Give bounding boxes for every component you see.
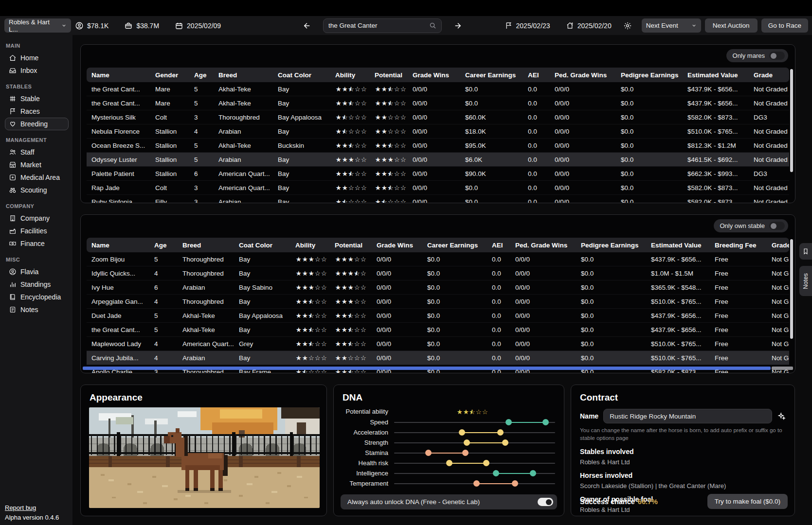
toggle-switch[interactable] bbox=[769, 52, 785, 60]
table-row[interactable]: Palette PatientStallion6American Quart..… bbox=[87, 167, 789, 181]
table-row[interactable]: Maplewood Lady4American Quart...Grey★★☆★… bbox=[87, 337, 789, 351]
column-header[interactable]: Grade bbox=[749, 71, 789, 79]
next-event-select[interactable]: Next Event bbox=[642, 18, 701, 33]
sidebar-item-breeding[interactable]: Breeding bbox=[5, 118, 69, 130]
vertical-scrollbar[interactable] bbox=[790, 239, 793, 339]
sidebar-item-notes[interactable]: Notes bbox=[5, 303, 69, 316]
range-max-handle[interactable] bbox=[462, 450, 469, 456]
range-min-handle[interactable] bbox=[446, 460, 452, 466]
table-row[interactable]: Nebula FlorenceStallion4ArabianBay★☆★☆☆☆… bbox=[87, 124, 789, 139]
column-header[interactable]: Name bbox=[87, 242, 149, 249]
column-header[interactable]: Ability bbox=[330, 71, 370, 79]
sidebar-item-company[interactable]: Company bbox=[5, 212, 69, 225]
range-max-handle[interactable] bbox=[502, 439, 508, 446]
column-header[interactable]: Ability bbox=[290, 242, 330, 249]
sidebar-item-standings[interactable]: Standings bbox=[5, 278, 69, 291]
search-next-button[interactable] bbox=[452, 20, 463, 31]
column-header[interactable]: Gender bbox=[150, 71, 189, 79]
table-row[interactable]: the Great Cant...Mare5Akhal-TekeBay★★☆★☆… bbox=[87, 96, 789, 110]
dna-range-slider[interactable] bbox=[394, 448, 555, 458]
table-row[interactable]: Carving Jubila...4ArabianBay★★☆☆☆★★☆☆☆0/… bbox=[87, 351, 789, 365]
dna-range-slider[interactable] bbox=[394, 417, 555, 427]
horizontal-scrollbar[interactable] bbox=[83, 367, 771, 370]
range-max-handle[interactable] bbox=[512, 480, 518, 487]
only-own-stable-toggle[interactable]: Only own stable bbox=[714, 219, 789, 232]
sidebar-item-races[interactable]: Races bbox=[5, 105, 69, 118]
search-prev-button[interactable] bbox=[302, 20, 312, 31]
column-header[interactable]: Ped. Grade Wins bbox=[510, 242, 576, 249]
range-max-handle[interactable] bbox=[530, 470, 536, 476]
table-row[interactable]: Ruby SinfoniaFilly3ArabianBay★☆★☆☆☆★☆★☆☆… bbox=[87, 195, 789, 203]
column-header[interactable]: AEI bbox=[523, 71, 550, 79]
dna-range-slider[interactable] bbox=[394, 438, 555, 448]
sidebar-item-stable[interactable]: Stable bbox=[5, 92, 69, 105]
column-header[interactable]: Pedigree Earnings bbox=[616, 71, 683, 79]
column-header[interactable]: Career Earnings bbox=[422, 242, 487, 249]
auto-unlock-dna-toggle[interactable]: Always auto unlock DNA (Free - Genetic L… bbox=[341, 494, 557, 509]
dna-range-slider[interactable] bbox=[394, 478, 555, 489]
sidebar-item-staff[interactable]: Staff bbox=[5, 146, 69, 158]
column-header[interactable]: Potential bbox=[370, 71, 408, 79]
range-min-handle[interactable] bbox=[464, 439, 470, 446]
sidebar-item-inbox[interactable]: Inbox bbox=[5, 64, 69, 77]
personal-cash[interactable]: $78.1K bbox=[75, 21, 108, 30]
bookmark-tab[interactable] bbox=[799, 243, 812, 260]
table-row[interactable]: Duet Jade5Akhal-TekeBay Appaloosa★★☆★☆☆★… bbox=[87, 309, 789, 323]
table-row[interactable]: Ocean Breeze S...Stallion5Akhal-TekeBuck… bbox=[87, 139, 789, 153]
notes-side-tab[interactable]: Notes bbox=[799, 266, 812, 296]
column-header[interactable]: Name bbox=[87, 71, 150, 79]
next-auction-button[interactable]: Next Auction bbox=[705, 18, 758, 33]
go-to-race-button[interactable]: Go to Race bbox=[761, 18, 808, 33]
column-header[interactable]: Age bbox=[189, 71, 214, 79]
sidebar-item-home[interactable]: Home bbox=[5, 52, 69, 64]
dna-range-slider[interactable] bbox=[394, 427, 555, 438]
range-max-handle[interactable] bbox=[483, 460, 489, 466]
dna-range-slider[interactable] bbox=[394, 468, 555, 478]
table-row[interactable]: Arpeggiate Gan...4ThoroughbredBay★★☆★☆☆★… bbox=[87, 295, 789, 309]
column-header[interactable]: Grade Wins bbox=[408, 71, 460, 79]
column-header[interactable]: Breed bbox=[178, 242, 234, 249]
column-header[interactable]: Pedigree Earnings bbox=[576, 242, 646, 249]
range-max-handle[interactable] bbox=[542, 419, 549, 425]
column-header[interactable]: Breed bbox=[214, 71, 273, 79]
column-header[interactable]: Estimated Value bbox=[683, 71, 749, 79]
column-header[interactable]: Coat Color bbox=[273, 71, 330, 79]
column-header[interactable]: Coat Color bbox=[234, 242, 290, 249]
column-header[interactable]: Potential bbox=[330, 242, 372, 249]
table-row[interactable]: Odyssey LusterStallion5ArabianBay★★★☆☆★★… bbox=[87, 153, 789, 167]
sidebar-item-scouting[interactable]: Scouting bbox=[5, 184, 69, 196]
dna-range-slider[interactable] bbox=[394, 458, 555, 468]
sidebar-item-medical-area[interactable]: Medical Area bbox=[5, 171, 69, 184]
column-header[interactable]: Breeding Fee bbox=[710, 242, 767, 249]
next-home-date[interactable]: 2025/02/20 bbox=[566, 21, 612, 30]
table-row[interactable]: Rap JadeColt3American Quart...Bay★★☆☆☆★★… bbox=[87, 181, 789, 195]
foal-name-input[interactable] bbox=[603, 409, 772, 423]
range-min-handle[interactable] bbox=[493, 470, 499, 476]
next-race-date[interactable]: 2025/02/23 bbox=[505, 21, 550, 30]
current-date[interactable]: 2025/02/09 bbox=[175, 21, 221, 30]
sidebar-item-facilities[interactable]: Facilities bbox=[5, 225, 69, 237]
sidebar-item-market[interactable]: Market bbox=[5, 158, 69, 171]
sidebar-item-encyclopedia[interactable]: Encyclopedia bbox=[5, 291, 69, 303]
toggle-switch[interactable] bbox=[538, 498, 553, 506]
range-min-handle[interactable] bbox=[459, 429, 465, 436]
table-row[interactable]: Zoom Bijou5ThoroughbredBay★★★☆☆★★★☆☆0/0/… bbox=[87, 252, 789, 266]
sidebar-item-finance[interactable]: Finance bbox=[5, 237, 69, 250]
make-foal-button[interactable]: Try to make foal ($0.0) bbox=[707, 494, 788, 509]
random-name-sparkle-icon[interactable] bbox=[777, 412, 786, 420]
sidebar-item-flavia[interactable]: Flavia bbox=[5, 265, 69, 278]
column-header[interactable]: Career Earnings bbox=[460, 71, 523, 79]
toggle-switch[interactable] bbox=[769, 222, 785, 230]
vertical-scrollbar[interactable] bbox=[790, 69, 793, 172]
stable-select[interactable]: Robles & Hart L... bbox=[4, 18, 71, 33]
table-row[interactable]: Mysterious SilkColt3ThoroughbredBay Appa… bbox=[87, 110, 789, 124]
column-header[interactable]: Grade Wins bbox=[372, 242, 422, 249]
column-header[interactable]: Grade bbox=[767, 242, 789, 249]
table-row[interactable]: the Great Cant...5Akhal-TekeBay★★☆★☆☆★★☆… bbox=[87, 323, 789, 337]
table-row[interactable]: Ivy Hue6ArabianBay Sabino★★★☆☆★★★☆☆0/0/0… bbox=[87, 280, 789, 295]
column-header[interactable]: Age bbox=[149, 242, 178, 249]
range-min-handle[interactable] bbox=[505, 419, 512, 425]
report-bug-link[interactable]: Report bug bbox=[5, 504, 59, 511]
only-mares-toggle[interactable]: Only mares bbox=[726, 49, 788, 62]
range-max-handle[interactable] bbox=[497, 429, 504, 436]
